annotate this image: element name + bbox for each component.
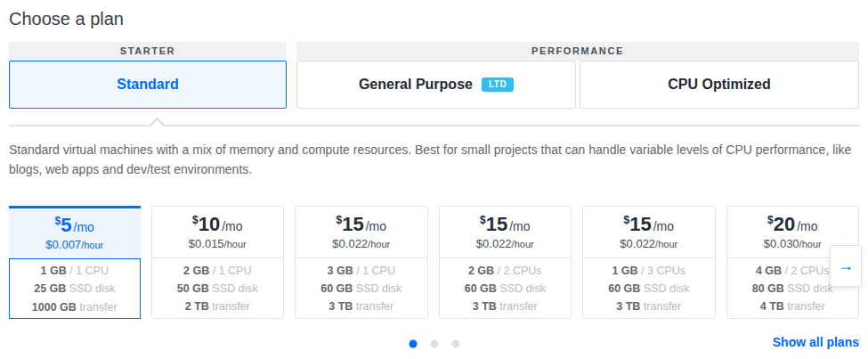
- price-amount: 15: [629, 213, 651, 235]
- plan-card-15mo-c[interactable]: $15/mo $0.022/hour 1 GB / 3 CPUs 60 GB S…: [582, 206, 716, 319]
- price-hourly: $0.022/hour: [476, 237, 534, 250]
- spec-ram-cpu: 4 GB / 2 CPUs: [756, 262, 830, 280]
- spec-disk: 60 GB SSD disk: [608, 280, 689, 298]
- page-title: Choose a plan: [9, 9, 859, 29]
- tab-general-purpose-label: General Purpose: [359, 77, 473, 93]
- spec-ram-cpu: 1 GB / 1 CPU: [41, 262, 109, 280]
- price-hourly: $0.022/hour: [620, 237, 677, 250]
- spec-transfer: 1000 GB transfer: [32, 298, 118, 316]
- plan-specs: 2 GB / 1 CPU 50 GB SSD disk 2 TB transfe…: [152, 258, 284, 318]
- plans-footer: Show all plans: [9, 334, 859, 354]
- tab-divider: [9, 125, 859, 126]
- pagination-dot-3[interactable]: [451, 340, 459, 348]
- plan-category-tabs: STARTER Standard PERFORMANCE General Pur…: [9, 42, 859, 109]
- price-monthly: $15/mo: [336, 215, 386, 234]
- hourly-amount: $0.022: [332, 237, 368, 250]
- price-monthly: $15/mo: [623, 215, 674, 234]
- tab-standard[interactable]: Standard: [9, 61, 287, 109]
- currency-symbol: $: [767, 214, 774, 226]
- spec-disk: 80 GB SSD disk: [752, 280, 833, 298]
- hourly-unit: /hour: [799, 239, 822, 249]
- price-hourly: $0.022/hour: [332, 237, 390, 250]
- starter-group-header: STARTER: [9, 42, 287, 61]
- tab-cpu-optimized-label: CPU Optimized: [668, 77, 771, 93]
- performance-tabs: General Purpose LTD CPU Optimized: [296, 61, 859, 109]
- spec-disk: 60 GB SSD disk: [320, 280, 402, 298]
- plan-price: $15/mo $0.022/hour: [440, 207, 572, 258]
- tab-group-starter: STARTER Standard: [9, 42, 287, 109]
- price-period: /mo: [653, 219, 674, 233]
- plan-card-15mo-b[interactable]: $15/mo $0.022/hour 2 GB / 2 CPUs 60 GB S…: [439, 206, 572, 319]
- show-all-plans-link[interactable]: Show all plans: [773, 335, 859, 349]
- spec-transfer: 3 TB transfer: [329, 298, 393, 315]
- price-monthly: $15/mo: [480, 215, 531, 234]
- spec-transfer: 3 TB transfer: [616, 298, 681, 315]
- plan-price: $10/mo $0.015/hour: [152, 207, 284, 258]
- hourly-unit: /hour: [81, 240, 103, 250]
- hourly-amount: $0.007: [45, 238, 81, 251]
- price-monthly: $20/mo: [767, 215, 818, 234]
- performance-group-header: PERFORMANCE: [296, 42, 859, 61]
- plan-card-15mo-a[interactable]: $15/mo $0.022/hour 3 GB / 1 CPU 60 GB SS…: [295, 206, 428, 319]
- ltd-badge: LTD: [482, 78, 514, 92]
- price-amount: 10: [199, 213, 220, 235]
- tab-pointer-caret: [150, 118, 165, 132]
- price-monthly: $5/mo: [55, 216, 94, 235]
- plan-specs: 1 GB / 1 CPU 25 GB SSD disk 1000 GB tran…: [9, 258, 141, 319]
- hourly-unit: /hour: [512, 239, 534, 249]
- price-period: /mo: [797, 219, 817, 233]
- plan-price: $15/mo $0.022/hour: [583, 207, 715, 258]
- price-amount: 5: [61, 214, 71, 236]
- pagination-dot-1[interactable]: [409, 340, 417, 348]
- price-hourly: $0.007/hour: [45, 238, 103, 251]
- plan-price: $15/mo $0.022/hour: [296, 207, 427, 258]
- plan-description: Standard virtual machines with a mix of …: [9, 141, 859, 179]
- choose-plan-section: Choose a plan STARTER Standard PERFORMAN…: [0, 0, 868, 359]
- spec-disk: 60 GB SSD disk: [465, 280, 546, 298]
- arrow-right-icon: →: [838, 257, 854, 275]
- spec-transfer: 2 TB transfer: [185, 298, 250, 315]
- plan-specs: 1 GB / 3 CPUs 60 GB SSD disk 3 TB transf…: [583, 258, 715, 318]
- plan-specs: 3 GB / 1 CPU 60 GB SSD disk 3 TB transfe…: [296, 258, 427, 318]
- currency-symbol: $: [192, 214, 199, 226]
- spec-ram-cpu: 1 GB / 3 CPUs: [612, 262, 685, 280]
- pagination-dots: [409, 340, 459, 348]
- hourly-unit: /hour: [655, 239, 677, 249]
- price-period: /mo: [366, 219, 386, 233]
- spec-transfer: 3 TB transfer: [473, 298, 538, 315]
- hourly-unit: /hour: [368, 239, 390, 249]
- price-amount: 15: [486, 213, 507, 235]
- spec-ram-cpu: 3 GB / 1 CPU: [328, 262, 395, 280]
- tab-group-performance: PERFORMANCE General Purpose LTD CPU Opti…: [296, 42, 859, 109]
- plan-specs: 2 GB / 2 CPUs 60 GB SSD disk 3 TB transf…: [440, 258, 572, 318]
- hourly-amount: $0.022: [620, 237, 655, 250]
- tab-standard-label: Standard: [117, 77, 178, 93]
- hourly-amount: $0.022: [476, 237, 512, 250]
- price-amount: 15: [342, 213, 363, 235]
- hourly-amount: $0.030: [764, 237, 799, 250]
- hourly-amount: $0.015: [189, 237, 224, 250]
- price-period: /mo: [222, 219, 242, 233]
- spec-ram-cpu: 2 GB / 2 CPUs: [468, 262, 542, 280]
- plan-cards-row: $5/mo $0.007/hour 1 GB / 1 CPU 25 GB SSD…: [9, 206, 859, 319]
- price-amount: 20: [774, 213, 795, 235]
- spec-disk: 50 GB SSD disk: [177, 280, 258, 298]
- price-hourly: $0.015/hour: [189, 237, 247, 250]
- price-monthly: $10/mo: [192, 215, 243, 234]
- plan-price: $5/mo $0.007/hour: [9, 208, 141, 258]
- spec-ram-cpu: 2 GB / 1 CPU: [183, 262, 251, 280]
- tab-general-purpose[interactable]: General Purpose LTD: [296, 61, 576, 109]
- price-period: /mo: [509, 219, 530, 233]
- next-plans-button[interactable]: →: [830, 245, 862, 287]
- hourly-unit: /hour: [224, 239, 247, 249]
- price-hourly: $0.030/hour: [764, 237, 822, 250]
- tab-cpu-optimized[interactable]: CPU Optimized: [580, 61, 859, 109]
- currency-symbol: $: [480, 214, 486, 226]
- price-period: /mo: [74, 220, 94, 234]
- spec-disk: 25 GB SSD disk: [34, 280, 115, 298]
- plan-card-10mo[interactable]: $10/mo $0.015/hour 2 GB / 1 CPU 50 GB SS…: [151, 206, 285, 319]
- plan-card-5mo[interactable]: $5/mo $0.007/hour 1 GB / 1 CPU 25 GB SSD…: [9, 206, 141, 319]
- pagination-dot-2[interactable]: [430, 340, 438, 348]
- spec-transfer: 4 TB transfer: [760, 298, 825, 315]
